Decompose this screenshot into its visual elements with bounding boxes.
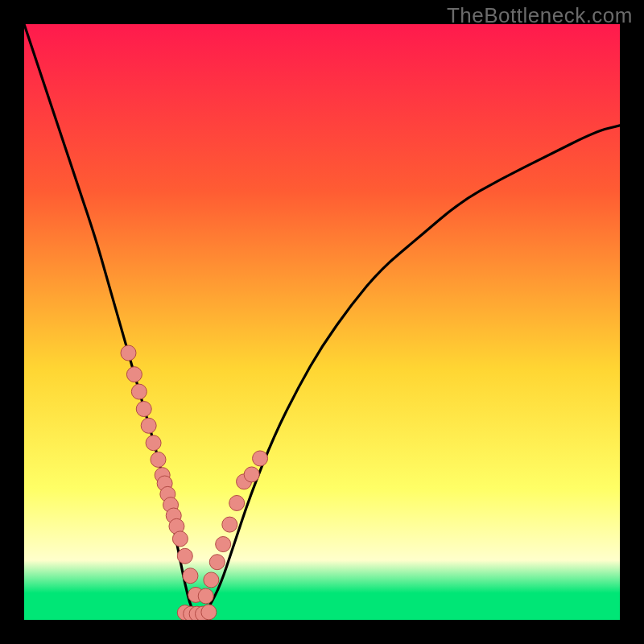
data-point bbox=[253, 451, 268, 466]
data-point bbox=[177, 548, 192, 564]
dot-cluster-floor-cluster bbox=[177, 605, 217, 620]
bottleneck-chart bbox=[24, 24, 620, 620]
data-point bbox=[141, 418, 156, 433]
data-point bbox=[204, 572, 219, 588]
data-point bbox=[136, 402, 151, 417]
data-point bbox=[126, 367, 142, 382]
data-point bbox=[146, 436, 161, 451]
plot-area bbox=[24, 24, 620, 620]
data-point bbox=[222, 517, 237, 532]
data-point bbox=[244, 467, 259, 482]
data-point bbox=[198, 588, 213, 604]
data-point bbox=[183, 568, 198, 584]
chart-background bbox=[24, 24, 620, 620]
data-point bbox=[229, 495, 245, 510]
data-point bbox=[151, 452, 166, 467]
data-point bbox=[172, 531, 188, 547]
data-point bbox=[121, 345, 136, 361]
data-point bbox=[216, 537, 231, 552]
chart-frame: TheBottleneck.com bbox=[0, 0, 644, 644]
data-point bbox=[209, 555, 225, 570]
data-point bbox=[131, 384, 147, 399]
data-point bbox=[201, 605, 217, 620]
